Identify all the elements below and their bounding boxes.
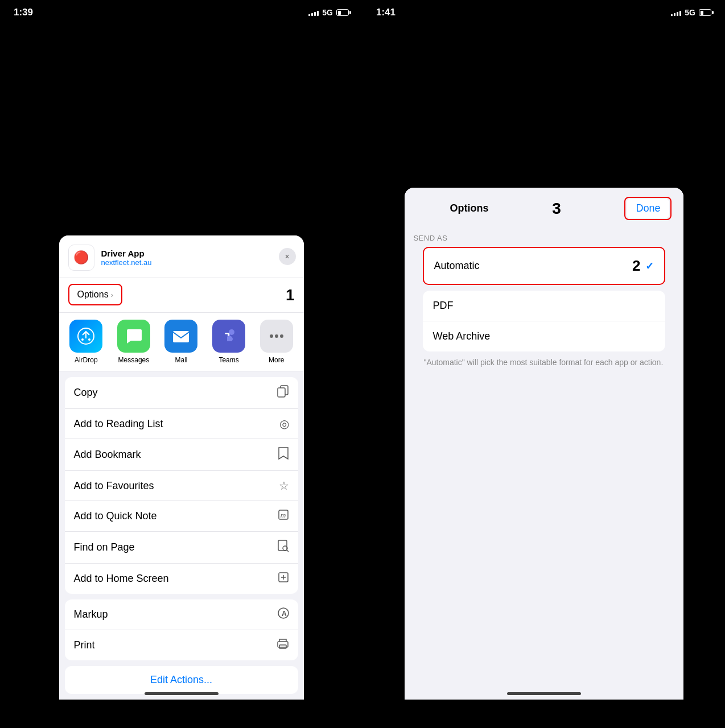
app-item-airdrop[interactable]: AirDrop	[64, 320, 109, 364]
battery-right	[699, 9, 711, 16]
status-icons-left: 5G	[308, 8, 349, 17]
svg-line-15	[287, 550, 289, 552]
app-url: nextfleet.net.au	[101, 258, 152, 267]
step2-label: 2	[632, 257, 640, 275]
check-icon: ✓	[645, 260, 654, 272]
app-item-teams[interactable]: T Teams	[206, 320, 252, 364]
quick-note-label: Add to Quick Note	[74, 510, 157, 522]
options-title: Options	[450, 202, 489, 214]
chevron-icon: ›	[111, 291, 113, 299]
formats-below: PDF Web Archive	[423, 291, 665, 351]
step3-label: 3	[552, 200, 561, 218]
svg-text:A: A	[282, 610, 287, 618]
svg-point-7	[275, 334, 278, 338]
bookmark-icon	[278, 447, 289, 462]
share-sheet: 🔴 Driver App nextfleet.net.au × Options …	[59, 235, 304, 700]
driver-app-icon: 🔴	[68, 245, 94, 271]
action-reading-list[interactable]: Add to Reading List ◎	[65, 409, 298, 439]
options-button[interactable]: Options ›	[68, 284, 122, 305]
reading-list-label: Add to Reading List	[74, 418, 163, 430]
action-copy[interactable]: Copy	[65, 377, 298, 409]
svg-point-6	[270, 334, 273, 338]
mail-label: Mail	[175, 356, 187, 364]
action-list-group1: Copy Add to Reading List ◎ Add Bookmark …	[65, 377, 298, 594]
home-indicator-left	[145, 692, 219, 695]
format-web-archive[interactable]: Web Archive	[423, 321, 665, 351]
time-left: 1:39	[14, 7, 33, 18]
action-home-screen[interactable]: Add to Home Screen	[65, 564, 298, 594]
step1-label: 1	[286, 286, 295, 304]
options-panel: Options 3 Done SEND AS Automatic 2 ✓	[405, 188, 683, 700]
format-automatic[interactable]: Automatic 2 ✓	[423, 247, 665, 285]
options-row: Options › 1	[59, 278, 304, 313]
action-list-group2: Markup A Print	[65, 599, 298, 660]
home-screen-label: Add to Home Screen	[74, 573, 169, 585]
share-header: 🔴 Driver App nextfleet.net.au ×	[59, 235, 304, 278]
action-quick-note[interactable]: Add to Quick Note m	[65, 501, 298, 532]
status-icons-right: 5G	[671, 8, 711, 17]
copy-label: Copy	[74, 387, 98, 399]
done-button-wrapper: Done	[624, 197, 672, 220]
network-left: 5G	[322, 8, 333, 17]
close-icon: ×	[285, 252, 289, 261]
options-label: Options	[77, 289, 109, 300]
quick-note-icon: m	[278, 509, 289, 523]
markup-label: Markup	[74, 609, 108, 621]
battery-left	[336, 9, 349, 16]
home-screen-icon	[278, 572, 289, 586]
send-as-section: SEND AS Automatic 2 ✓ PDF Web Arc	[405, 229, 683, 377]
options-header: Options 3 Done	[405, 188, 683, 229]
format-list: Automatic 2 ✓	[414, 247, 674, 285]
copy-icon	[277, 385, 289, 400]
status-bar-right: 1:41 5G	[362, 0, 725, 23]
airdrop-icon	[69, 320, 102, 353]
action-find-on-page[interactable]: Find on Page	[65, 532, 298, 564]
pdf-label: PDF	[433, 300, 454, 312]
app-item-messages[interactable]: Messages	[111, 320, 156, 364]
send-as-label: SEND AS	[414, 234, 674, 242]
svg-point-8	[280, 334, 283, 338]
web-archive-label: Web Archive	[433, 330, 491, 342]
messages-icon	[117, 320, 150, 353]
app-item-mail[interactable]: Mail	[159, 320, 204, 364]
print-icon	[277, 638, 289, 652]
close-button[interactable]: ×	[279, 248, 296, 265]
phone-right: 1:41 5G Options 3 Done SEND AS	[362, 0, 725, 728]
action-favourites[interactable]: Add to Favourites ☆	[65, 471, 298, 501]
home-indicator-right	[507, 692, 581, 695]
apps-row: AirDrop Messages Mail T	[59, 313, 304, 371]
teams-label: Teams	[219, 356, 238, 364]
svg-point-1	[81, 338, 84, 341]
svg-rect-3	[173, 331, 189, 342]
favourites-icon: ☆	[279, 479, 289, 493]
action-print[interactable]: Print	[65, 630, 298, 660]
phone-left: 1:39 5G 🔴 Driver App nextfleet.net.au	[0, 0, 362, 728]
edit-actions-row: Edit Actions...	[65, 666, 298, 694]
action-markup[interactable]: Markup A	[65, 599, 298, 630]
action-bookmark[interactable]: Add Bookmark	[65, 439, 298, 471]
svg-point-5	[229, 329, 234, 335]
messages-label: Messages	[118, 356, 150, 364]
network-right: 5G	[685, 8, 695, 17]
time-right: 1:41	[376, 7, 396, 18]
format-note: "Automatic" will pick the most suitable …	[414, 351, 674, 374]
svg-rect-10	[278, 388, 285, 397]
signal-bars-left	[308, 9, 319, 16]
app-name: Driver App	[101, 249, 152, 258]
print-label: Print	[74, 639, 95, 651]
bookmark-label: Add Bookmark	[74, 449, 141, 461]
svg-text:m: m	[281, 512, 286, 519]
find-on-page-label: Find on Page	[74, 541, 135, 553]
format-pdf[interactable]: PDF	[423, 291, 665, 321]
svg-rect-22	[279, 645, 286, 648]
svg-point-2	[88, 338, 90, 341]
edit-actions-button[interactable]: Edit Actions...	[65, 666, 298, 694]
signal-bars-right	[671, 9, 681, 16]
airdrop-label: AirDrop	[75, 356, 98, 364]
status-bar-left: 1:39 5G	[0, 0, 362, 23]
automatic-label: Automatic	[434, 260, 480, 272]
more-label: More	[269, 356, 284, 364]
done-button[interactable]: Done	[627, 199, 669, 218]
more-icon	[260, 320, 293, 353]
app-item-more[interactable]: More	[254, 320, 299, 364]
